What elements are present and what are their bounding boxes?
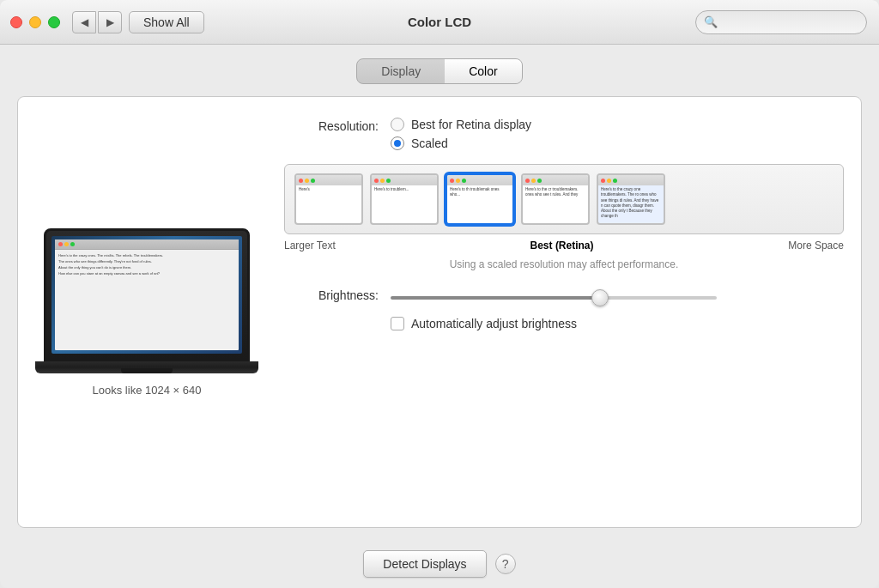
nav-arrows: ◀ ▶ (72, 11, 122, 33)
screen-topbar (55, 239, 239, 250)
brightness-slider[interactable] (391, 296, 717, 300)
thumb-dot-green-1 (311, 179, 315, 183)
brightness-label: Brightness: (284, 288, 379, 302)
laptop-screen-content: Here's to the crazy ones. The misfits. T… (55, 239, 239, 350)
thumb-dot-green-4 (537, 179, 542, 183)
auto-brightness-label: Automatically adjust brightness (411, 317, 577, 330)
resolution-display-label: Looks like 1024 × 640 (93, 384, 202, 397)
radio-best-retina[interactable]: Best for Retina display (391, 118, 531, 131)
thumbnails-container: Here's Here's to troubl (284, 164, 844, 270)
search-input[interactable] (695, 10, 867, 34)
radio-label-best-retina: Best for Retina display (411, 118, 531, 131)
slider-container (391, 288, 717, 303)
show-all-button[interactable]: Show All (129, 11, 204, 33)
settings-panel: Resolution: Best for Retina display Scal… (284, 114, 844, 510)
auto-brightness-checkbox[interactable] (391, 317, 404, 330)
resolution-row: Resolution: Best for Retina display Scal… (284, 118, 844, 150)
resolution-options: Best for Retina display Scaled (391, 118, 531, 150)
thumb-content-2: Here's to troublem... (372, 185, 437, 194)
thumb-dot-green-2 (386, 179, 391, 183)
screen-minimize-dot (64, 242, 69, 246)
brightness-row: Brightness: (284, 288, 844, 303)
display-panel: Here's to the crazy ones. The misfits. T… (17, 96, 862, 528)
thumb-img-4: Here's to the cr troublemakers. ones who… (521, 173, 590, 225)
screen-text-content: Here's to the crazy ones. The misfits. T… (55, 250, 239, 282)
laptop-base (35, 361, 258, 373)
mac-preview: Here's to the crazy ones. The misfits. T… (35, 114, 258, 510)
thumb-dot-green-3 (462, 179, 466, 183)
thumb-content-4: Here's to the cr troublemakers. ones who… (523, 185, 588, 200)
back-button[interactable]: ◀ (72, 11, 96, 33)
thumb-topbar-5 (598, 175, 664, 185)
thumb-img-2: Here's to troublem... (370, 173, 439, 225)
radio-btn-best-retina[interactable] (391, 118, 404, 131)
thumb-dot-yellow-2 (380, 179, 385, 183)
tab-color[interactable]: Color (445, 59, 521, 83)
window-title: Color LCD (408, 15, 471, 29)
radio-dot-scaled (394, 140, 401, 147)
radio-label-scaled: Scaled (411, 136, 448, 150)
tab-bar: Display Color (356, 58, 522, 84)
thumb-topbar-4 (523, 175, 588, 185)
thumb-dot-red-4 (525, 179, 530, 183)
thumb-label-more-space: More Space (788, 239, 844, 252)
thumb-larger-text[interactable]: Here's (294, 173, 364, 225)
main-content: Display Color (0, 45, 879, 588)
thumb-dot-red-3 (450, 179, 454, 183)
forward-button[interactable]: ▶ (98, 11, 122, 33)
thumb-topbar-1 (296, 175, 361, 185)
thumb-img-more-space: Here's to the crazy one troublemakers. T… (597, 173, 665, 225)
thumb-more-space[interactable]: Here's to the crazy one troublemakers. T… (596, 173, 666, 225)
thumb-content-3: Here's to th troublemak ones who... (447, 185, 512, 200)
resolution-label: Resolution: (284, 118, 379, 133)
laptop-screen: Here's to the crazy ones. The misfits. T… (52, 236, 242, 354)
radio-scaled[interactable]: Scaled (391, 136, 531, 150)
panel-inner: Here's to the crazy ones. The misfits. T… (35, 114, 844, 510)
radio-btn-scaled[interactable] (391, 136, 404, 150)
help-button[interactable]: ? (495, 554, 516, 574)
thumbnails-labels: Larger Text Best (Retina) More Space (284, 239, 844, 252)
auto-brightness-row: Automatically adjust brightness (391, 317, 844, 330)
thumb-4[interactable]: Here's to the cr troublemakers. ones who… (520, 173, 591, 225)
thumb-dot-yellow-5 (607, 179, 611, 183)
close-button[interactable] (10, 16, 22, 28)
thumb-label-larger: Larger Text (284, 239, 336, 252)
window-controls (10, 16, 60, 28)
thumb-topbar-3 (447, 175, 512, 185)
titlebar: ◀ ▶ Show All Color LCD 🔍 (0, 0, 879, 45)
thumb-dot-yellow-1 (305, 179, 309, 183)
screen-maximize-dot (70, 242, 75, 246)
thumb-2[interactable]: Here's to troublem... (369, 173, 440, 225)
detect-displays-button[interactable]: Detect Displays (363, 550, 486, 578)
thumb-label-best-retina: Best (Retina) (530, 239, 594, 252)
thumbnails-row: Here's Here's to troubl (284, 164, 844, 234)
search-box: 🔍 (695, 10, 867, 34)
thumb-topbar-2 (372, 175, 437, 185)
bottom-bar: Detect Displays ? (346, 540, 532, 588)
laptop-image: Here's to the crazy ones. The misfits. T… (44, 228, 250, 373)
thumb-dot-yellow-4 (531, 179, 536, 183)
laptop-screen-body: Here's to the crazy ones. The misfits. T… (44, 228, 250, 361)
thumb-dot-yellow-3 (456, 179, 460, 183)
thumb-content-1: Here's (296, 185, 361, 194)
thumb-img-best-retina: Here's to th troublemak ones who... (446, 173, 514, 225)
thumb-dot-red-1 (299, 179, 303, 183)
thumb-content-5: Here's to the crazy one troublemakers. T… (598, 185, 664, 221)
maximize-button[interactable] (48, 16, 60, 28)
thumb-dot-red-5 (601, 179, 605, 183)
thumb-dot-red-2 (374, 179, 379, 183)
thumb-best-retina[interactable]: Here's to th troublemak ones who... (445, 173, 515, 225)
minimize-button[interactable] (29, 16, 41, 28)
screen-close-dot (58, 242, 63, 246)
thumb-dot-green-5 (613, 179, 617, 183)
tab-display[interactable]: Display (357, 59, 445, 83)
scaled-note: Using a scaled resolution may affect per… (284, 258, 844, 270)
thumb-img-larger-text: Here's (294, 173, 363, 225)
